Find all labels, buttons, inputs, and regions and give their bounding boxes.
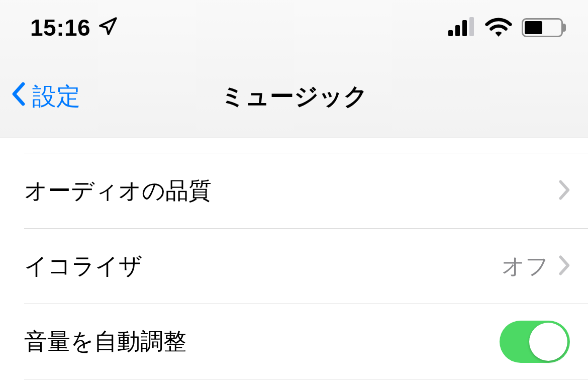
page-title: ミュージック [221, 80, 368, 113]
svg-rect-1 [455, 25, 460, 36]
cellular-icon [448, 17, 475, 38]
status-bar: 15:16 [0, 0, 588, 55]
row-audio-quality[interactable]: オーディオの品質 [24, 153, 588, 229]
sound-check-toggle[interactable] [500, 321, 570, 363]
chevron-right-icon [558, 180, 570, 202]
back-label: 設定 [32, 80, 80, 113]
back-button[interactable]: 設定 [11, 80, 80, 113]
svg-rect-3 [469, 17, 474, 36]
svg-rect-2 [462, 20, 467, 36]
status-time: 15:16 [30, 14, 90, 41]
row-label: イコライザ [24, 251, 502, 282]
battery-icon [522, 18, 563, 37]
status-left: 15:16 [30, 14, 118, 41]
row-detail: オフ [502, 251, 549, 282]
chevron-left-icon [11, 82, 25, 112]
location-icon [97, 17, 118, 39]
settings-list: オーディオの品質 イコライザ オフ 音量を自動調整 [0, 138, 588, 379]
list-spacer [24, 138, 588, 153]
row-equalizer[interactable]: イコライザ オフ [24, 229, 588, 304]
row-label: オーディオの品質 [24, 175, 558, 207]
status-right [448, 17, 563, 39]
wifi-icon [484, 17, 513, 39]
svg-rect-0 [448, 30, 453, 36]
row-sound-check: 音量を自動調整 [24, 304, 588, 379]
chevron-right-icon [558, 255, 570, 277]
row-label: 音量を自動調整 [24, 326, 500, 357]
nav-bar: 設定 ミュージック [0, 55, 588, 138]
